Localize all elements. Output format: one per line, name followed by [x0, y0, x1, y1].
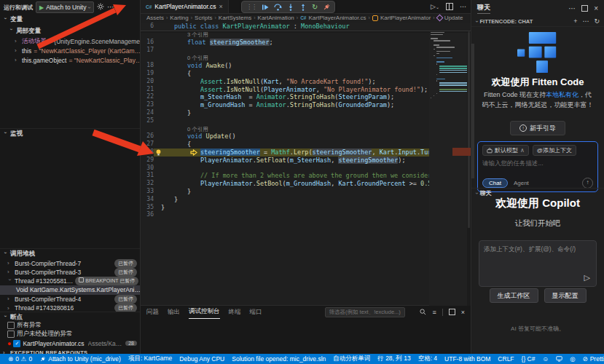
start-debug-icon[interactable]: ▶: [39, 4, 44, 11]
fitten-chat-input[interactable]: 默认模型 ∧ @添加上下文 请输入您的任务描述... Chat Agent ↑: [477, 141, 598, 192]
tab-title: KartPlayerAnimator.cs: [154, 3, 216, 10]
breakpoint-exception-row[interactable]: 用户未经处理的异常: [0, 330, 140, 339]
clear-console-icon[interactable]: ≡: [432, 309, 436, 316]
status-item-slash[interactable]: ⊘Prettier: [579, 355, 604, 363]
breakpoint-file-row[interactable]: ● ✓ KartPlayerAnimator.cs Assets/Kart…28: [0, 339, 140, 348]
status-item[interactable]: Debug Any CPU: [176, 355, 228, 363]
new-chat-icon[interactable]: +: [573, 17, 577, 25]
panel-tab-终端[interactable]: 终端: [229, 306, 241, 318]
run-file-button[interactable]: ▷⌄: [431, 3, 439, 10]
status-item-smiley[interactable]: ☺: [538, 355, 552, 363]
close-panel-icon[interactable]: ×: [594, 4, 598, 12]
show-config-button[interactable]: 显示配置: [544, 288, 587, 303]
status-item[interactable]: 自动分析单词: [329, 355, 374, 363]
watch-section-header[interactable]: ›监视: [0, 128, 140, 139]
callstack-thread-row[interactable]: ›Thread #13205581… BREAKPOINT 已暂停: [0, 277, 140, 286]
status-item[interactable]: 空格: 4: [415, 355, 441, 363]
fitten-input-placeholder: 请输入您的任务描述...: [482, 159, 593, 168]
callstack-thread-row[interactable]: ›Burst-CompilerThread-7 已暂停: [0, 258, 140, 268]
close-panel-icon[interactable]: ×: [461, 309, 465, 316]
step-over-button[interactable]: [274, 4, 282, 11]
sticky-scroll-line[interactable]: 6public class KartPlayerAnimator : MonoB…: [141, 23, 471, 31]
smiley-icon: ☺: [542, 355, 549, 363]
plug-icon: [39, 356, 46, 363]
scope-local-variables[interactable]: ›局部变量: [0, 26, 140, 36]
status-item-target[interactable]: ◎: [566, 355, 578, 363]
chat-mode-toggle[interactable]: Chat: [482, 178, 508, 188]
panel-more-icon[interactable]: ⋯: [568, 4, 576, 12]
fitten-send-button[interactable]: ↑: [582, 178, 593, 189]
breadcrumb[interactable]: Assets›Karting›Scripts›KartSystems›KartA…: [141, 13, 471, 23]
variables-section-header[interactable]: ›变量: [0, 15, 140, 25]
callstack-thread-row[interactable]: ›Burst-CompilerThread-4 已暂停: [0, 294, 140, 304]
editor-group: C# KartPlayerAnimator.cs × ⋮⋮ ↻: [141, 0, 471, 354]
codelens-references[interactable]: 0 个引用: [141, 125, 471, 133]
restart-button[interactable]: ↻: [312, 4, 318, 11]
private-deploy-link[interactable]: 本地私有化: [546, 91, 578, 98]
panel-tab-端口[interactable]: 端口: [250, 306, 262, 318]
refresh-icon[interactable]: ↻: [594, 17, 600, 25]
code-line-32: 32PlayerAnimator.SetBool(m_GroundHash, K…: [141, 180, 471, 188]
disconnect-button[interactable]: [323, 4, 330, 11]
variable-row-2[interactable]: ›this.gameObject = "NewKartClassic_Play…: [0, 55, 140, 65]
add-context-chip[interactable]: @添加上下文: [533, 145, 576, 156]
gear-icon[interactable]: [97, 3, 104, 12]
step-out-button[interactable]: [299, 4, 307, 11]
editor-scrollbar[interactable]: [467, 23, 471, 306]
model-selector-chip[interactable]: 默认模型 ∧: [482, 145, 529, 156]
launch-config-dropdown[interactable]: ▶ Attach to Unity ›: [36, 1, 94, 13]
callstack-thread-row[interactable]: ›Burst-CompilerThread-3 已暂停: [0, 267, 140, 277]
status-item-plug[interactable]: Attach to Unity (mic_drive): [36, 355, 125, 363]
codelens-references[interactable]: 0 个引用: [141, 54, 471, 62]
status-item[interactable]: Solution file opened: mic_drive.sln: [228, 355, 329, 363]
maximize-panel-icon[interactable]: [449, 309, 455, 315]
copilot-send-icon[interactable]: ▷: [584, 273, 590, 282]
fitten-more-icon[interactable]: ⋯: [582, 17, 589, 25]
variable-row-1[interactable]: ›this = "NewKartClassic_Player (KartGam…: [0, 46, 140, 55]
error-icon: ⊗: [8, 355, 13, 363]
vscode-window: 运行和调试 ▶ Attach to Unity › ⋯ ›变量 ›局部变量 ›活…: [0, 0, 604, 354]
drag-handle-icon[interactable]: ⋮⋮: [246, 4, 256, 10]
tab-kartplayeranimator[interactable]: C# KartPlayerAnimator.cs ×: [141, 0, 229, 13]
beginner-guide-button[interactable]: ! 新手引导: [510, 121, 565, 135]
agent-mode-toggle[interactable]: Agent: [514, 180, 529, 186]
callstack-frame-row[interactable]: Void KartGame.KartSystems.KartPlayerAni…: [0, 285, 140, 295]
codelens-references[interactable]: 3 个引用: [141, 31, 471, 39]
status-item-screen[interactable]: [552, 356, 566, 362]
console-filter-input[interactable]: [325, 307, 405, 317]
maximize-panel-icon[interactable]: [581, 5, 588, 12]
problems-status[interactable]: ⊗0⚠0: [4, 355, 36, 363]
search-icon[interactable]: [420, 309, 426, 315]
status-item[interactable]: UTF-8 with BOM: [441, 355, 494, 363]
checkbox-checked-icon: ✓: [13, 340, 20, 347]
debug-console-content[interactable]: [141, 318, 471, 354]
step-into-button[interactable]: [287, 4, 294, 11]
code-line-30: 30: [141, 165, 471, 173]
code-line-6[interactable]: 6public class KartPlayerAnimator : MonoB…: [141, 23, 471, 31]
code-editor[interactable]: 6public class KartPlayerAnimator : MonoB…: [141, 23, 471, 306]
continue-button[interactable]: [262, 4, 269, 11]
status-item[interactable]: 行 28, 列 13: [374, 355, 414, 363]
close-tab-icon[interactable]: ×: [219, 3, 222, 10]
panel-tab-调试控制台[interactable]: 调试控制台: [189, 306, 220, 319]
copilot-chat-input[interactable]: 添加上下文(#)、扩展(@)、命令(/) ▷: [479, 240, 597, 287]
more-actions-icon[interactable]: ⋯: [107, 4, 114, 11]
panel-tab-问题[interactable]: 问题: [146, 306, 159, 318]
status-item[interactable]: 项目: KartGame: [125, 355, 176, 363]
panel-tab-输出[interactable]: 输出: [168, 306, 180, 318]
generate-workspace-button[interactable]: 生成工作区: [490, 288, 538, 303]
status-item[interactable]: CRLF: [494, 355, 517, 363]
minimap[interactable]: [429, 23, 467, 306]
chat-panel-title[interactable]: 聊天: [477, 3, 490, 14]
editor-more-actions-icon[interactable]: ⋯: [460, 3, 466, 10]
fittencode-section-header[interactable]: › FITTENCODE: CHAT + ⋯ ↻: [471, 16, 604, 27]
screen-icon: [556, 356, 562, 362]
breakpoint-exception-row[interactable]: 所有异常: [0, 320, 140, 330]
editor-tab-bar: C# KartPlayerAnimator.cs × ⋮⋮ ↻: [141, 0, 471, 14]
split-editor-icon[interactable]: [446, 3, 453, 10]
right-panel-scrollbar[interactable]: [471, 44, 474, 178]
callstack-section-header[interactable]: ›调用堆栈: [0, 248, 140, 259]
variable-row-0[interactable]: ›活动场景 = {UnityEngine.SceneManagement…: [0, 36, 140, 46]
status-item[interactable]: {} C#: [518, 355, 539, 363]
chat-side-panel: 聊天 ⋯ × › FITTENCODE: CHAT + ⋯ ↻: [471, 0, 604, 354]
